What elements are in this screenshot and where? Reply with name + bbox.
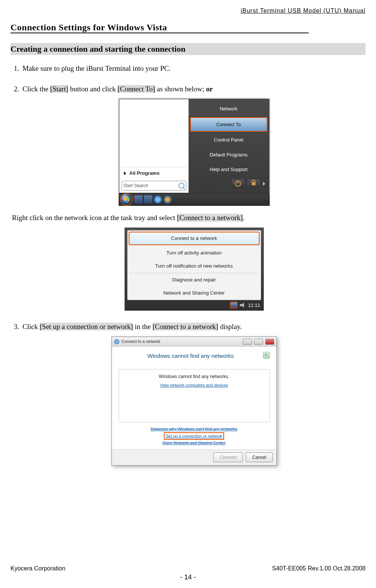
- tray-context-menu: Connect to a network Turn off activity a…: [127, 230, 261, 300]
- startmenu-window: All Programs Start Search Network Connec…: [119, 99, 269, 193]
- step-3-c: display.: [218, 323, 242, 330]
- step-2-line2-a: Right click on the network icon at the t…: [12, 214, 177, 222]
- step-1: Make sure to plug the iBurst Terminal in…: [21, 63, 366, 74]
- steps-list: Make sure to plug the iBurst Terminal in…: [10, 63, 366, 466]
- step-3-ctn-ref: [Connect to a network]: [153, 323, 218, 330]
- tray-item-sharing-center[interactable]: Network and Sharing Center: [128, 286, 261, 300]
- connect-network-dialog: Connect to a network ↻ Windows cannot fi…: [111, 336, 277, 466]
- dialog-heading: Windows cannot find any networks: [119, 352, 270, 360]
- subsection-title: Creating a connection and starting the c…: [10, 43, 366, 55]
- page-footer: Kyocera Corporation S40T-EE005 Rev.1.00 …: [10, 565, 366, 581]
- page-number: - 14 -: [10, 573, 366, 581]
- screenshot-dialog: Connect to a network ↻ Windows cannot fi…: [22, 336, 366, 466]
- startmenu-item-connect-to[interactable]: Connect To: [190, 117, 268, 132]
- section-title: Connection Settings for Windows Vista: [10, 22, 309, 33]
- start-button[interactable]: [120, 193, 133, 206]
- footer-left: Kyocera Corporation: [10, 565, 65, 572]
- search-icon: [178, 183, 184, 189]
- startmenu-item-network[interactable]: Network: [189, 101, 269, 116]
- taskbar-wmp-icon[interactable]: [163, 195, 172, 204]
- close-button[interactable]: [265, 339, 274, 345]
- system-tray: 11:11: [125, 300, 263, 311]
- all-programs-label: All Programs: [129, 170, 160, 177]
- step-3-setup-ref: [Set up a connection or network]: [40, 323, 133, 330]
- tray-clock: 11:11: [248, 302, 260, 309]
- minimize-button[interactable]: [243, 339, 252, 345]
- step-2: Click the [Start] button and click [Conn…: [21, 84, 366, 312]
- doc-header-right: iBurst Terminal USB Model (UTU) Manual: [10, 7, 366, 14]
- step-3-a: Click: [22, 323, 40, 330]
- tray-item-connect-network[interactable]: Connect to a network: [129, 232, 260, 245]
- diagnose-link[interactable]: Diagnose why Windows can't find any netw…: [151, 427, 237, 431]
- lock-icon: [252, 182, 256, 185]
- dialog-footer: Connect Cancel: [112, 449, 276, 465]
- startmenu-power-row: [189, 177, 269, 191]
- globe-icon: [114, 339, 119, 344]
- lock-button[interactable]: [247, 179, 260, 188]
- startmenu-item-control-panel[interactable]: Control Panel: [189, 132, 269, 147]
- power-button[interactable]: [232, 179, 244, 188]
- step-3-b: in the: [133, 323, 152, 330]
- step-1-text: Make sure to plug the iBurst Terminal in…: [22, 64, 171, 72]
- screenshot-startmenu: All Programs Start Search Network Connec…: [22, 99, 366, 206]
- step-2-or: or: [206, 85, 213, 93]
- tray-item-turnoff-animation[interactable]: Turn off activity animation: [128, 246, 261, 260]
- taskbar-icon-1[interactable]: [134, 195, 143, 204]
- step-2-connectto-ref: [Connect To]: [117, 85, 155, 93]
- speaker-tray-icon[interactable]: [240, 302, 246, 308]
- power-icon: [235, 181, 241, 187]
- screenshot-traymenu: Connect to a network Turn off activity a…: [22, 228, 366, 312]
- startmenu-item-help-support[interactable]: Help and Support: [189, 162, 269, 177]
- tray-item-turnoff-notification[interactable]: Turn off notification of new networks: [128, 259, 261, 273]
- step-2-text-c: as shown below;: [155, 85, 206, 93]
- tray-item-diagnose[interactable]: Diagnose and repair: [128, 273, 261, 287]
- arrow-right-icon: [124, 171, 126, 175]
- step-3: Click [Set up a connection or network] i…: [21, 322, 366, 466]
- taskbar-icon-2[interactable]: [144, 195, 152, 204]
- connect-button[interactable]: Connect: [213, 453, 243, 462]
- startmenu-item-default-programs[interactable]: Default Programs: [189, 147, 269, 162]
- taskbar-ie-icon[interactable]: [154, 195, 162, 204]
- all-programs-item[interactable]: All Programs: [119, 167, 189, 179]
- step-2-start-ref: [Start]: [50, 85, 68, 93]
- startmenu-right-panel: Network Connect To Control Panel Default…: [189, 99, 269, 193]
- startmenu-left-panel: All Programs Start Search: [119, 99, 189, 193]
- view-network-computers-link[interactable]: View network computers and devices: [123, 382, 266, 389]
- refresh-button[interactable]: ↻: [263, 352, 270, 359]
- dialog-title-text: Connect to a network: [122, 338, 161, 345]
- network-tray-icon[interactable]: [230, 302, 238, 308]
- cancel-button[interactable]: Cancel: [246, 453, 272, 462]
- footer-right: S40T-EE005 Rev.1.00 Oct.28.2008: [272, 565, 366, 572]
- maximize-button[interactable]: [254, 339, 263, 345]
- start-search-input[interactable]: Start Search: [122, 181, 186, 191]
- step-2-line2: Right click on the network icon at the t…: [12, 213, 366, 223]
- dialog-body: ↻ Windows cannot find any networks Windo…: [112, 347, 276, 449]
- step-2-text-b: button and click: [68, 85, 117, 93]
- dialog-titlebar: Connect to a network: [112, 337, 276, 347]
- step-2-ctn-ref: [Connect to a network]: [177, 214, 243, 222]
- dialog-links: Diagnose why Windows can't find any netw…: [119, 426, 270, 446]
- dialog-content-box: Windows cannot find any networks. View n…: [119, 369, 270, 422]
- open-sharing-center-link[interactable]: Open Network and Sharing Center: [162, 441, 226, 445]
- step-2-line2-b: .: [243, 214, 245, 222]
- setup-connection-link[interactable]: Set up a connection or network: [164, 432, 224, 440]
- step-2-text-a: Click the: [22, 85, 50, 93]
- dialog-box-message: Windows cannot find any networks.: [123, 373, 266, 380]
- traymenu-window: Connect to a network Turn off activity a…: [125, 228, 264, 311]
- chevron-right-icon[interactable]: [263, 182, 265, 186]
- search-placeholder: Start Search: [123, 182, 149, 189]
- taskbar: [119, 193, 270, 206]
- section-title-text: Connection Settings for Windows Vista: [10, 22, 167, 32]
